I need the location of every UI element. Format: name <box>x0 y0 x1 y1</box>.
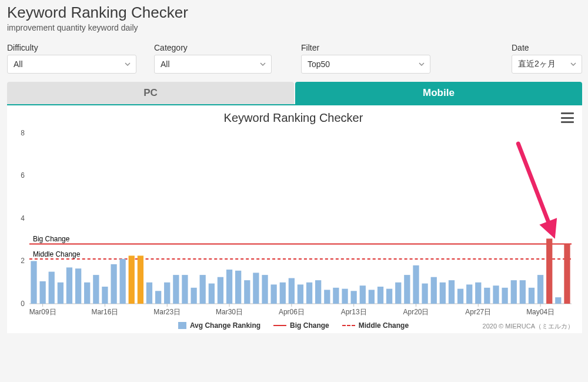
svg-text:Apr27日: Apr27日 <box>465 308 491 316</box>
svg-rect-71 <box>413 265 419 304</box>
chart-title: Keyword Ranking Checker <box>12 109 575 128</box>
svg-rect-40 <box>138 255 143 304</box>
svg-text:Apr20日: Apr20日 <box>403 308 429 316</box>
svg-text:6: 6 <box>21 171 25 180</box>
svg-rect-41 <box>146 283 152 304</box>
svg-text:Apr13日: Apr13日 <box>341 308 367 316</box>
chevron-down-icon <box>569 59 578 69</box>
category-value: All <box>161 59 170 69</box>
legend-avg: Avg Change Ranking <box>178 321 260 330</box>
svg-rect-38 <box>120 259 126 304</box>
svg-rect-29 <box>40 281 46 304</box>
legend-line-icon <box>273 325 286 326</box>
svg-text:4: 4 <box>21 214 25 222</box>
svg-rect-67 <box>377 287 383 304</box>
svg-line-89 <box>518 144 552 231</box>
svg-text:Middle Change: Middle Change <box>33 250 81 258</box>
svg-rect-35 <box>93 275 99 304</box>
svg-rect-65 <box>360 285 366 304</box>
date-value: 直近2ヶ月 <box>518 59 556 69</box>
svg-rect-73 <box>431 277 437 304</box>
svg-rect-36 <box>102 287 108 304</box>
svg-rect-39 <box>129 255 135 304</box>
chart-plot: 02468Mar09日Mar16日Mar23日Mar30日Apr06日Apr13… <box>12 128 575 319</box>
svg-rect-62 <box>333 288 339 304</box>
svg-rect-33 <box>75 268 81 304</box>
page-title: Keyword Ranking Checker <box>7 4 582 22</box>
svg-text:2: 2 <box>21 257 25 265</box>
difficulty-value: All <box>14 59 23 69</box>
svg-rect-44 <box>173 275 179 304</box>
svg-rect-74 <box>440 283 446 304</box>
tab-pc[interactable]: PC <box>7 82 294 104</box>
chevron-down-icon <box>258 59 268 69</box>
chart-panel: Keyword Ranking Checker 02468Mar09日Mar16… <box>7 104 582 333</box>
svg-rect-46 <box>191 288 196 304</box>
svg-rect-50 <box>226 270 232 304</box>
page-subtitle: improvement quantity keyword daily <box>7 23 582 32</box>
svg-rect-76 <box>457 289 463 304</box>
svg-rect-68 <box>386 289 392 304</box>
svg-rect-56 <box>280 283 286 304</box>
svg-rect-79 <box>484 288 490 304</box>
svg-rect-66 <box>369 290 375 304</box>
svg-text:Big Change: Big Change <box>33 235 70 243</box>
svg-rect-30 <box>49 272 55 304</box>
svg-rect-37 <box>111 264 116 304</box>
filter-bar: Difficulty All Category All Filter Top50… <box>7 43 582 74</box>
filter-select[interactable]: Top50 <box>301 55 430 74</box>
svg-text:Mar16日: Mar16日 <box>91 308 118 316</box>
svg-rect-83 <box>520 280 526 304</box>
category-select[interactable]: All <box>154 55 272 74</box>
svg-text:Mar09日: Mar09日 <box>29 308 56 316</box>
legend-dash-icon <box>342 325 355 326</box>
svg-rect-52 <box>244 280 250 304</box>
svg-rect-77 <box>466 284 472 304</box>
svg-rect-55 <box>270 284 276 304</box>
svg-rect-54 <box>262 275 268 304</box>
svg-rect-87 <box>555 297 561 304</box>
svg-rect-86 <box>546 238 552 304</box>
svg-rect-32 <box>66 267 72 304</box>
chevron-down-icon <box>417 59 426 69</box>
date-select[interactable]: 直近2ヶ月 <box>512 55 582 74</box>
svg-rect-81 <box>502 288 507 304</box>
difficulty-select[interactable]: All <box>7 55 136 74</box>
svg-rect-69 <box>395 283 401 304</box>
svg-rect-84 <box>529 288 534 304</box>
svg-rect-80 <box>493 285 499 304</box>
svg-rect-70 <box>404 275 410 304</box>
filter-value: Top50 <box>308 59 330 69</box>
chart-menu-icon[interactable] <box>561 112 574 123</box>
svg-rect-45 <box>182 275 188 304</box>
svg-rect-57 <box>289 278 295 304</box>
svg-rect-63 <box>342 289 348 304</box>
svg-text:Apr06日: Apr06日 <box>279 308 305 316</box>
svg-rect-42 <box>155 291 161 304</box>
svg-rect-58 <box>298 284 303 304</box>
svg-rect-59 <box>306 283 312 304</box>
tab-mobile[interactable]: Mobile <box>295 82 582 104</box>
svg-rect-60 <box>315 280 321 304</box>
filter-label: Filter <box>301 43 430 52</box>
svg-rect-53 <box>253 273 259 304</box>
svg-rect-31 <box>58 283 64 304</box>
svg-rect-47 <box>200 275 206 304</box>
svg-text:8: 8 <box>21 129 25 137</box>
category-label: Category <box>154 43 272 52</box>
difficulty-label: Difficulty <box>7 43 136 52</box>
svg-rect-64 <box>350 291 356 304</box>
device-tabs: PC Mobile <box>7 82 582 104</box>
legend-mid: Middle Change <box>342 321 409 330</box>
svg-rect-61 <box>324 290 330 304</box>
svg-rect-48 <box>209 284 215 304</box>
svg-rect-28 <box>31 261 36 304</box>
svg-rect-49 <box>218 277 223 304</box>
svg-text:Mar23日: Mar23日 <box>153 308 181 316</box>
svg-rect-78 <box>475 283 481 304</box>
legend-bar-icon <box>178 322 186 329</box>
copyright: 2020 © MIERUCA（ミエルカ） <box>483 322 574 331</box>
svg-rect-72 <box>422 284 427 304</box>
svg-rect-85 <box>537 275 543 304</box>
chevron-down-icon <box>123 59 132 69</box>
